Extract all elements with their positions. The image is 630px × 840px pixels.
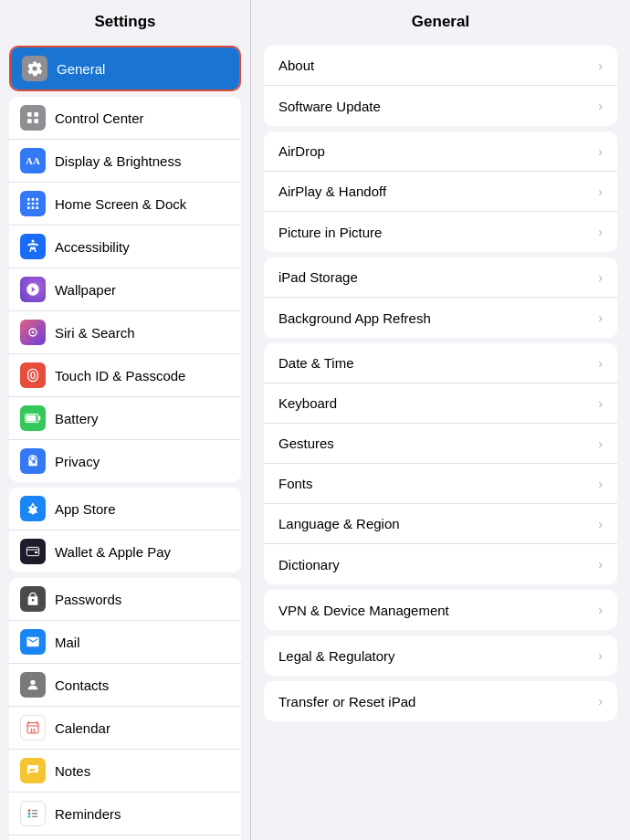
settings-row-legal[interactable]: Legal & Regulatory › [264,635,617,676]
settings-row-airdrop[interactable]: AirDrop › [264,131,617,172]
sidebar-item-home-screen[interactable]: Home Screen & Dock [9,183,241,226]
reminders-icon [20,801,46,826]
sidebar-item-privacy[interactable]: Privacy [9,440,241,482]
background-app-refresh-label: Background App Refresh [278,310,431,326]
settings-row-picture-in-picture[interactable]: Picture in Picture › [264,212,617,252]
svg-rect-18 [26,415,37,422]
sidebar-item-reminders[interactable]: Reminders [9,793,241,835]
settings-row-gestures[interactable]: Gestures › [264,424,617,464]
svg-rect-7 [27,203,30,205]
sidebar-item-display-brightness[interactable]: AA Display & Brightness [9,140,241,183]
settings-row-date-time[interactable]: Date & Time › [264,343,617,383]
settings-row-language-region[interactable]: Language & Region › [264,504,617,544]
svg-rect-12 [36,206,38,209]
settings-row-keyboard[interactable]: Keyboard › [264,383,617,424]
vpn-label: VPN & Device Management [278,603,449,618]
gestures-label: Gestures [278,436,334,451]
settings-row-ipad-storage[interactable]: iPad Storage › [264,257,617,298]
privacy-icon [20,448,46,474]
settings-row-dictionary[interactable]: Dictionary › [264,544,617,584]
sidebar-item-siri[interactable]: Siri & Search [9,311,241,354]
settings-group-3: iPad Storage › Background App Refresh › [264,257,617,338]
battery-icon [20,405,46,431]
software-update-chevron: › [598,99,603,113]
language-region-chevron: › [598,517,603,531]
keyboard-label: Keyboard [278,395,337,411]
sidebar-item-label-notes: Notes [55,763,90,779]
svg-rect-0 [27,112,32,117]
svg-rect-2 [27,119,32,123]
sidebar-item-mail[interactable]: Mail [9,621,241,664]
accessibility-icon [20,234,46,259]
sidebar-group-apps2: Passwords Mail Contacts 15 Calendar [9,578,241,840]
sidebar-item-passwords[interactable]: Passwords [9,578,241,621]
touchid-icon [20,362,46,388]
svg-point-15 [32,331,35,334]
settings-row-fonts[interactable]: Fonts › [264,464,617,504]
ipad-storage-chevron: › [598,270,603,285]
sidebar-item-general[interactable]: General [11,47,239,89]
settings-row-vpn[interactable]: VPN & Device Management › [264,590,617,630]
keyboard-chevron: › [598,396,603,411]
settings-row-background-app-refresh[interactable]: Background App Refresh › [264,298,617,338]
sidebar-item-label-accessibility: Accessibility [55,239,130,255]
siri-icon [20,320,46,345]
about-label: About [278,58,314,73]
settings-group-2: AirDrop › AirPlay & Handoff › Picture in… [264,131,617,252]
svg-point-13 [32,240,35,243]
svg-rect-20 [35,551,37,553]
display-icon: AA [20,148,46,173]
sidebar-item-label-mail: Mail [55,635,80,650]
settings-row-software-update[interactable]: Software Update › [264,86,617,126]
sidebar-item-contacts[interactable]: Contacts [9,664,241,707]
svg-text:15: 15 [30,728,36,733]
main-header: General [251,0,630,40]
sidebar-item-label-reminders: Reminders [55,806,121,822]
dictionary-label: Dictionary [278,557,340,572]
sidebar-item-voice-memos[interactable]: Voice Memos [9,835,241,840]
software-update-label: Software Update [278,99,381,114]
settings-group-5: VPN & Device Management › [264,590,617,630]
home-screen-icon [20,191,46,216]
sidebar-item-label-appstore: App Store [55,501,116,517]
sidebar-item-notes[interactable]: Notes [9,750,241,793]
svg-point-26 [28,809,31,812]
background-app-refresh-chevron: › [598,310,603,325]
sidebar-item-label-wallpaper: Wallpaper [55,282,116,298]
airplay-chevron: › [598,184,603,199]
sidebar-item-label-home-screen: Home Screen & Dock [55,196,186,212]
sidebar-item-touchid[interactable]: Touch ID & Passcode [9,354,241,397]
sidebar-item-label-privacy: Privacy [55,454,100,469]
sidebar-item-label-control-center: Control Center [55,110,144,126]
sidebar-item-label-battery: Battery [55,411,99,426]
wallpaper-icon [20,277,46,302]
language-region-label: Language & Region [278,516,400,531]
svg-rect-29 [32,810,38,811]
sidebar-item-label-calendar: Calendar [55,720,110,736]
control-center-icon [20,105,46,131]
svg-rect-3 [34,119,38,123]
sidebar-item-calendar[interactable]: 15 Calendar [9,707,241,750]
sidebar-item-accessibility[interactable]: Accessibility [9,226,241,268]
settings-row-airplay[interactable]: AirPlay & Handoff › [264,172,617,212]
about-chevron: › [598,58,603,73]
sidebar-item-battery[interactable]: Battery [9,397,241,440]
settings-group-6: Legal & Regulatory › [264,635,617,676]
sidebar-item-appstore[interactable]: App Store [9,488,241,530]
settings-row-about[interactable]: About › [264,46,617,86]
sidebar-item-label-contacts: Contacts [55,677,109,693]
fonts-label: Fonts [278,476,313,491]
sidebar-item-label-general: General [57,61,105,77]
sidebar-item-control-center[interactable]: Control Center [9,97,241,140]
gestures-chevron: › [598,436,603,451]
settings-row-transfer-reset[interactable]: Transfer or Reset iPad › [264,681,617,721]
sidebar-header: Settings [0,0,250,40]
transfer-reset-chevron: › [598,694,603,709]
sidebar-item-label-siri: Siri & Search [55,325,135,341]
dictionary-chevron: › [598,557,603,572]
sidebar-item-wallpaper[interactable]: Wallpaper [9,268,241,311]
svg-point-21 [30,680,35,685]
sidebar-item-wallet[interactable]: Wallet & Apple Pay [9,530,241,572]
vpn-chevron: › [598,603,603,617]
contacts-icon [20,672,46,698]
